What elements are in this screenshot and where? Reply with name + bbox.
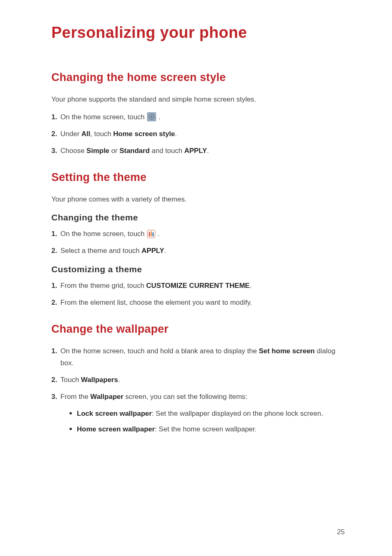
ui-label-wallpaper: Wallpaper xyxy=(90,393,124,401)
step-text: , touch xyxy=(90,130,113,138)
settings-icon xyxy=(147,112,156,121)
step-text: On the home screen, touch xyxy=(60,113,147,121)
step-1: 1. On the home screen, touch and hold a … xyxy=(51,345,345,369)
steps-changing-theme: 1. On the home screen, touch . 2. Select… xyxy=(51,228,345,257)
step-text: . xyxy=(207,147,209,155)
step-text: Under xyxy=(60,130,81,138)
step-text: From the xyxy=(60,393,90,401)
ui-label-lock-screen-wallpaper: Lock screen wallpaper xyxy=(77,410,152,417)
ui-label-set-home-screen: Set home screen xyxy=(259,347,315,355)
step-2: 2. Under All, touch Home screen style. xyxy=(51,128,345,140)
ui-label-all: All xyxy=(81,130,90,138)
svg-rect-6 xyxy=(152,232,154,236)
steps-change-wallpaper: 1. On the home screen, touch and hold a … xyxy=(51,345,345,438)
step-number: 3. xyxy=(51,145,60,157)
steps-home-screen-style: 1. On the home screen, touch . 2. Under … xyxy=(51,111,345,157)
bullet-text: : Set the home screen wallpaper. xyxy=(155,425,257,433)
step-3: 3. Choose Simple or Standard and touch A… xyxy=(51,145,345,157)
step-text: . xyxy=(175,130,177,138)
ui-label-apply: APPLY xyxy=(184,147,207,155)
ui-label-apply: APPLY xyxy=(142,247,164,255)
step-number: 3. xyxy=(51,391,60,403)
intro-setting-theme: Your phone comes with a variety of theme… xyxy=(51,194,345,206)
step-text: . xyxy=(164,247,166,255)
step-text: and touch xyxy=(150,147,184,155)
step-number: 2. xyxy=(51,245,60,257)
page-number: 25 xyxy=(337,528,345,536)
themes-icon xyxy=(147,230,155,238)
intro-home-screen-style: Your phone supports the standard and sim… xyxy=(51,94,345,106)
ui-label-wallpapers: Wallpapers xyxy=(81,376,118,384)
step-text: Select a theme and touch xyxy=(60,247,142,255)
steps-customizing-theme: 1. From the theme grid, touch CUSTOMIZE … xyxy=(51,280,345,309)
step-text: From the theme grid, touch xyxy=(60,282,146,290)
step-text: screen, you can set the following items: xyxy=(123,393,247,401)
step-1: 1. From the theme grid, touch CUSTOMIZE … xyxy=(51,280,345,292)
svg-point-2 xyxy=(151,116,152,118)
heading-setting-the-theme: Setting the theme xyxy=(51,171,345,184)
step-3: 3. From the Wallpaper screen, you can se… xyxy=(51,391,345,438)
ui-label-standard: Standard xyxy=(120,147,150,155)
ui-label-simple: Simple xyxy=(86,147,109,155)
step-number: 1. xyxy=(51,228,60,240)
step-text: . xyxy=(118,376,120,384)
page-title: Personalizing your phone xyxy=(51,24,345,42)
step-text: . xyxy=(158,230,160,238)
ui-label-customize-current-theme: CUSTOMIZE CURRENT THEME xyxy=(146,282,250,290)
step-number: 2. xyxy=(51,128,60,140)
heading-customizing-a-theme: Customizing a theme xyxy=(51,264,345,274)
step-text: On the home screen, touch xyxy=(60,230,147,238)
step-text: Touch xyxy=(60,376,81,384)
step-text: On the home screen, touch and hold a bla… xyxy=(60,347,259,355)
step-number: 1. xyxy=(51,345,60,357)
step-1: 1. On the home screen, touch . xyxy=(51,111,345,123)
list-item: Home screen wallpaper: Set the home scre… xyxy=(69,423,345,436)
ui-label-home-screen-wallpaper: Home screen wallpaper xyxy=(77,425,155,433)
step-2: 2. Touch Wallpapers. xyxy=(51,374,345,386)
step-text: From the element list, choose the elemen… xyxy=(60,297,345,309)
list-item: Lock screen wallpaper: Set the wallpaper… xyxy=(69,407,345,420)
step-number: 1. xyxy=(51,280,60,292)
step-number: 2. xyxy=(51,374,60,386)
step-number: 2. xyxy=(51,297,60,309)
ui-label-home-screen-style: Home screen style xyxy=(113,130,175,138)
step-number: 1. xyxy=(51,111,60,123)
heading-change-the-wallpaper: Change the wallpaper xyxy=(51,323,345,336)
bullet-text: : Set the wallpaper displayed on the pho… xyxy=(152,410,323,417)
step-text: Choose xyxy=(60,147,86,155)
step-1: 1. On the home screen, touch . xyxy=(51,228,345,240)
svg-rect-4 xyxy=(149,232,150,236)
svg-rect-5 xyxy=(150,232,152,237)
step-text: . xyxy=(159,113,161,121)
wallpaper-options-list: Lock screen wallpaper: Set the wallpaper… xyxy=(60,407,345,436)
heading-changing-the-theme: Changing the theme xyxy=(51,213,345,222)
step-text: or xyxy=(109,147,120,155)
step-2: 2. Select a theme and touch APPLY. xyxy=(51,245,345,257)
step-text: . xyxy=(250,282,252,290)
step-2: 2. From the element list, choose the ele… xyxy=(51,297,345,309)
heading-changing-home-screen-style: Changing the home screen style xyxy=(51,71,345,84)
